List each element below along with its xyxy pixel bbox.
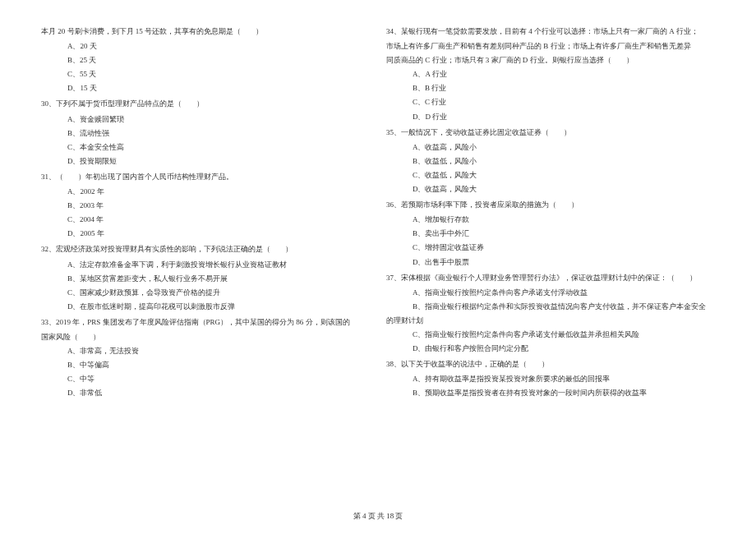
q31-option-d: D、2005 年 — [41, 227, 370, 241]
page-footer: 第 4 页 共 18 页 — [0, 511, 756, 522]
q35-option-b: B、收益低，风险小 — [386, 154, 715, 168]
q37-option-a: A、指商业银行按照约定条件向客户承诺支付浮动收益 — [386, 286, 715, 300]
intro-option-c: C、55 天 — [41, 67, 370, 81]
q36-option-b: B、卖出手中外汇 — [386, 227, 715, 241]
q33-option-a: A、非常高，无法投资 — [41, 344, 370, 358]
question-38: 38、以下关于收益率的说法中，正确的是（ ） A、持有期收益率是指投资某投资对象… — [386, 357, 715, 400]
q30-option-a: A、资金赎回繁琐 — [41, 113, 370, 127]
q32-option-b: B、某地区贫富差距变大，私人银行业务不易开展 — [41, 272, 370, 286]
q32-option-a: A、法定存款准备金率下调，利于刺激投资增长银行从业资格证教材 — [41, 258, 370, 272]
q37-option-b: B、指商业银行根据约定条件和实际投资收益情况向客户支付收益，并不保证客户本金安全 — [386, 300, 715, 314]
q33-option-c: C、中等 — [41, 372, 370, 386]
q38-option-a: A、持有期收益率是指投资某投资对象所要求的最低的回报率 — [386, 372, 715, 386]
question-34: 34、某银行现有一笔贷款需要发放，目前有 4 个行业可以选择：市场上只有一家厂商… — [386, 25, 715, 124]
q35-option-c: C、收益低，风险大 — [386, 168, 715, 182]
question-32: 32、宏观经济政策对投资理财具有实质性的影响，下列说法正确的是（ ） A、法定存… — [41, 242, 370, 313]
q33-text2: 国家风险（ ） — [41, 330, 370, 344]
right-column: 34、某银行现有一笔贷款需要发放，目前有 4 个行业可以选择：市场上只有一家厂商… — [386, 25, 715, 476]
q35-option-d: D、收益高，风险大 — [386, 182, 715, 196]
q32-text: 32、宏观经济政策对投资理财具有实质性的影响，下列说法正确的是（ ） — [41, 242, 370, 256]
q36-option-c: C、增持固定收益证券 — [386, 241, 715, 255]
intro-question: 本月 20 号刷卡消费，到下月 15 号还款，其享有的免息期是（ ） A、20 … — [41, 25, 370, 95]
question-35: 35、一般情况下，变动收益证券比固定收益证券（ ） A、收益高，风险小 B、收益… — [386, 126, 715, 196]
intro-option-b: B、25 天 — [41, 53, 370, 67]
q31-option-c: C、2004 年 — [41, 213, 370, 227]
question-37: 37、宋体根据《商业银行个人理财业务管理暂行办法》，保证收益理财计划中的保证：（… — [386, 271, 715, 357]
q34-option-d: D、D 行业 — [386, 110, 715, 124]
q33-text: 33、2019 年，PRS 集团发布了年度风险评估指南（PRG），其中某国的得分… — [41, 315, 370, 329]
q34-text3: 同质商品的 C 行业；市场只有 3 家厂商的 D 行业。则银行应当选择（ ） — [386, 53, 715, 67]
q37-text: 37、宋体根据《商业银行个人理财业务管理暂行办法》，保证收益理财计划中的保证：（… — [386, 271, 715, 285]
q37-option-c: C、指商业银行按照约定条件向客户承诺支付最低收益并承担相关风险 — [386, 328, 715, 342]
intro-option-d: D、15 天 — [41, 81, 370, 95]
q31-text: 31、（ ）年初出现了国内首个人民币结构性理财产品。 — [41, 170, 370, 184]
intro-option-a: A、20 天 — [41, 39, 370, 53]
q35-text: 35、一般情况下，变动收益证券比固定收益证券（ ） — [386, 126, 715, 140]
q32-option-d: D、在股市低迷时期，提高印花税可以刺激股市反弹 — [41, 300, 370, 314]
q36-text: 36、若预期市场利率下降，投资者应采取的措施为（ ） — [386, 198, 715, 212]
q38-option-b: B、预期收益率是指投资者在持有投资对象的一段时间内所获得的收益率 — [386, 386, 715, 400]
question-31: 31、（ ）年初出现了国内首个人民币结构性理财产品。 A、2002 年 B、20… — [41, 170, 370, 241]
q35-option-a: A、收益高，风险小 — [386, 140, 715, 154]
q31-option-a: A、2002 年 — [41, 185, 370, 199]
question-33: 33、2019 年，PRS 集团发布了年度风险评估指南（PRG），其中某国的得分… — [41, 315, 370, 401]
left-column: 本月 20 号刷卡消费，到下月 15 号还款，其享有的免息期是（ ） A、20 … — [41, 25, 370, 476]
intro-text: 本月 20 号刷卡消费，到下月 15 号还款，其享有的免息期是（ ） — [41, 25, 370, 39]
q30-option-b: B、流动性强 — [41, 127, 370, 140]
q33-option-b: B、中等偏高 — [41, 358, 370, 372]
q34-text2: 市场上有许多厂商生产和销售有差别同种产品的 B 行业；市场上有许多厂商生产和销售… — [386, 39, 715, 53]
question-30: 30、下列不属于货币型理财产品特点的是（ ） A、资金赎回繁琐 B、流动性强 C… — [41, 97, 370, 168]
q36-option-a: A、增加银行存款 — [386, 213, 715, 227]
q34-option-a: A、A 行业 — [386, 67, 715, 81]
q31-option-b: B、2003 年 — [41, 199, 370, 213]
q30-text: 30、下列不属于货币型理财产品特点的是（ ） — [41, 97, 370, 111]
q33-option-d: D、非常低 — [41, 386, 370, 400]
q30-option-d: D、投资期限短 — [41, 154, 370, 168]
question-36: 36、若预期市场利率下降，投资者应采取的措施为（ ） A、增加银行存款 B、卖出… — [386, 198, 715, 269]
q36-option-d: D、出售手中股票 — [386, 255, 715, 269]
q34-text: 34、某银行现有一笔贷款需要发放，目前有 4 个行业可以选择：市场上只有一家厂商… — [386, 25, 715, 39]
q37-text2: 的理财计划 — [386, 314, 715, 328]
q34-option-c: C、C 行业 — [386, 95, 715, 109]
q34-option-b: B、B 行业 — [386, 81, 715, 95]
q37-option-d: D、由银行和客户按照合同约定分配 — [386, 342, 715, 356]
q32-option-c: C、国家减少财政预算，会导致资产价格的提升 — [41, 286, 370, 300]
q38-text: 38、以下关于收益率的说法中，正确的是（ ） — [386, 357, 715, 371]
q30-option-c: C、本金安全性高 — [41, 140, 370, 154]
